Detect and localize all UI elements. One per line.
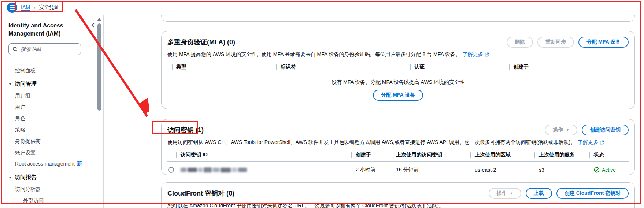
learn-more-label: 了解更多 xyxy=(463,51,483,58)
search-icon xyxy=(12,47,18,52)
aws-iam-security-credentials-page: IAM › 安全凭证 Identity and Access Managemen… xyxy=(0,0,644,208)
mfa-resync-button[interactable]: 重新同步 xyxy=(537,37,574,48)
cloudfront-description: 您可以在 Amazon CloudFront 中使用密钥对来创建签名 URL。一… xyxy=(167,203,629,208)
ak-col-id: 访问密钥 ID xyxy=(181,152,208,158)
sidebar-item-user-groups[interactable]: 用户组 xyxy=(8,92,96,99)
iam-search-box[interactable] xyxy=(8,43,81,55)
sidebar-item-access-analyzer[interactable]: 访问分析器 xyxy=(8,186,96,192)
mfa-assign-button[interactable]: 分配 MFA 设备 xyxy=(578,37,629,48)
access-keys-section-title: 访问密钥 (1) xyxy=(167,125,204,134)
mfa-delete-button[interactable]: 删除 xyxy=(507,37,533,48)
sidebar-item-external-access[interactable]: 外部访问 xyxy=(8,197,96,204)
ak-col-region: 上次使用的区域 xyxy=(475,152,511,158)
ak-col-status: 状态 xyxy=(594,152,604,158)
sidebar-nav: 控制面板 ▼ 访问管理 用户组 用户 角色 策略 身份提供商 账户设置 Root… xyxy=(8,67,96,204)
cloudfront-actions-button[interactable]: 操作 ▼ xyxy=(489,188,521,199)
sidebar-divider xyxy=(8,62,96,62)
mfa-section-title: 多重身份验证(MFA) (0) xyxy=(167,37,235,47)
sidebar-item-label: Root access management xyxy=(15,161,75,167)
sidebar-item-policies[interactable]: 策略 xyxy=(8,126,96,133)
learn-more-label: 了解更多 xyxy=(578,139,598,146)
mfa-col-type: 类型 xyxy=(176,64,186,70)
caret-down-icon: ▼ xyxy=(566,128,569,132)
sidebar-title: Identity and Access Management (IAM) xyxy=(8,22,78,37)
sidebar-item-roles[interactable]: 角色 xyxy=(8,115,96,122)
topbar-divider xyxy=(0,15,163,15)
partial-card-column-divider xyxy=(337,15,337,17)
access-key-table-row: 2 小时前 16 分钟前 us-east-2 s3 Active xyxy=(167,162,629,175)
access-keys-learn-more-link[interactable]: 了解更多 xyxy=(578,139,604,146)
cloudfront-section-title: CloudFront 密钥对 (0) xyxy=(167,188,234,198)
card-partial-top xyxy=(161,15,635,22)
mfa-table-header: 类型 标识符 认证 创建于 xyxy=(167,64,629,70)
breadcrumb-link-iam[interactable]: IAM xyxy=(21,4,30,10)
new-badge: 新 xyxy=(77,161,82,167)
caret-down-icon: ▼ xyxy=(510,192,513,195)
mfa-header-divider xyxy=(167,74,629,74)
breadcrumb-separator-icon: › xyxy=(34,4,36,10)
actions-label: 操作 xyxy=(497,190,507,197)
scroll-up-arrow-icon[interactable] xyxy=(97,18,101,21)
status-label: Active xyxy=(602,167,616,173)
caret-down-icon: ▼ xyxy=(8,176,12,179)
sidebar-item-dashboard[interactable]: 控制面板 xyxy=(8,67,96,74)
main-content: 多重身份验证(MFA) (0) 删除 重新同步 分配 MFA 设备 使用 MFA… xyxy=(104,15,644,208)
mfa-col-authentication: 认证 xyxy=(414,64,425,70)
mfa-section-card: 多重身份验证(MFA) (0) 删除 重新同步 分配 MFA 设备 使用 MFA… xyxy=(161,31,635,109)
mfa-empty-state: 没有 MFA 设备。分配 MFA 设备以提高 AWS 环境的安全性 分配 MFA… xyxy=(167,79,629,101)
create-access-key-button[interactable]: 创建访问密钥 xyxy=(582,125,629,135)
access-key-created: 2 小时前 xyxy=(351,167,392,173)
chevron-left-icon xyxy=(91,22,95,28)
hamburger-menu-button[interactable] xyxy=(7,3,17,13)
access-key-id-redacted xyxy=(181,167,351,172)
access-key-last-used: 16 分钟前 xyxy=(392,167,470,173)
sidebar-item-identity-providers[interactable]: 身份提供商 xyxy=(8,138,96,144)
mfa-learn-more-link[interactable]: 了解更多 xyxy=(463,51,489,58)
cloudfront-section-card: CloudFront 密钥对 (0) 操作 ▼ 上载 创建 CloudFront… xyxy=(161,182,635,208)
access-key-service: s3 xyxy=(534,167,589,173)
breadcrumb-current: 安全凭证 xyxy=(39,4,60,11)
top-navigation-bar: IAM › 安全凭证 xyxy=(0,0,644,15)
mfa-col-identifier: 标识符 xyxy=(281,64,296,70)
mfa-empty-text: 没有 MFA 设备。分配 MFA 设备以提高 AWS 环境的安全性 xyxy=(167,79,629,86)
sidebar-scrollbar[interactable] xyxy=(97,16,101,207)
ak-col-last-used: 上次使用的访问密钥 xyxy=(396,152,442,158)
sidebar: Identity and Access Management (IAM) 控制面… xyxy=(1,15,104,208)
scrollbar-thumb[interactable] xyxy=(97,23,101,111)
caret-down-icon: ▼ xyxy=(8,82,12,86)
mfa-col-created: 创建于 xyxy=(513,64,529,70)
ak-col-created: 创建于 xyxy=(356,152,371,158)
access-keys-section-card: 访问密钥 (1) 操作 ▼ 创建访问密钥 使用访问密钥从 AWS CLI、AWS… xyxy=(161,119,635,175)
assign-mfa-device-button[interactable]: 分配 MFA 设备 xyxy=(373,90,423,101)
breadcrumb: IAM › 安全凭证 xyxy=(21,4,60,11)
sidebar-section-access-management[interactable]: ▼ 访问管理 xyxy=(8,81,96,88)
sidebar-section-label: 访问报告 xyxy=(15,174,37,181)
sidebar-item-users[interactable]: 用户 xyxy=(8,104,96,110)
upload-button[interactable]: 上载 xyxy=(526,188,552,199)
create-cloudfront-keypair-button[interactable]: 创建 CloudFront 密钥对 xyxy=(556,188,629,199)
access-keys-description: 使用访问密钥从 AWS CLI、AWS Tools for PowerShell… xyxy=(167,139,575,145)
ak-col-service: 上次使用的服务 xyxy=(539,152,575,158)
search-input[interactable] xyxy=(21,46,68,52)
access-key-region: us-east-2 xyxy=(470,167,534,173)
check-circle-icon xyxy=(594,167,600,173)
sidebar-item-account-settings[interactable]: 账户设置 xyxy=(8,149,96,156)
access-keys-table-header: 访问密钥 ID 创建于 上次使用的访问密钥 上次使用的区域 上次使用的服务 状态 xyxy=(167,152,629,158)
external-link-icon xyxy=(485,52,489,57)
actions-label: 操作 xyxy=(553,127,563,133)
access-key-radio[interactable] xyxy=(168,167,174,173)
sidebar-item-root-access-management[interactable]: Root access management新 xyxy=(8,160,96,167)
sidebar-section-label: 访问管理 xyxy=(15,81,37,88)
access-key-status-badge: Active xyxy=(589,167,629,173)
access-keys-actions-button[interactable]: 操作 ▼ xyxy=(545,125,577,135)
sidebar-collapse-button[interactable] xyxy=(90,22,96,30)
external-link-icon xyxy=(600,140,604,145)
sidebar-section-access-reports[interactable]: ▼ 访问报告 xyxy=(8,174,96,181)
mfa-description: 使用 MFA 提高您的 AWS 环境的安全性。使用 MFA 登录需要来自 MFA… xyxy=(167,51,460,57)
